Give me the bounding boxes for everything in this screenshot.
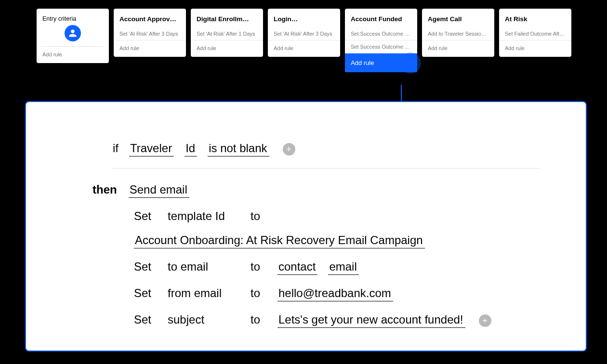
kw-to: to	[251, 260, 267, 273]
kw-to: to	[251, 313, 267, 326]
stage-card[interactable]: Login…Set 'At Risk' After 3 DaysAdd rule	[268, 9, 340, 57]
set-line: SetsubjecttoLets's get your new account …	[134, 313, 540, 328]
stage-title: Account Funded	[345, 9, 417, 27]
stage-rule[interactable]: Set Success Outcome (Acc…	[345, 27, 417, 40]
stage-title: Digital Enrollm…	[191, 9, 263, 27]
add-rule-button[interactable]: Add rule	[422, 40, 494, 57]
set-line: Setfrom emailtohello@treadbank.com	[134, 286, 540, 301]
stage-title: Login…	[268, 9, 340, 27]
if-field[interactable]: Id	[185, 142, 197, 156]
set-line: Setto emailtocontactemail	[134, 260, 540, 275]
set-value[interactable]: contact	[277, 260, 317, 275]
stage-title: Account Approv…	[114, 9, 186, 27]
set-field: subject	[168, 313, 240, 326]
stage-card[interactable]: Account FundedSet Success Outcome (Acc…S…	[345, 9, 417, 72]
kw-set: Set	[134, 260, 157, 273]
connector-line	[401, 85, 402, 102]
add-rule-button[interactable]: Add rule	[268, 40, 340, 57]
set-value[interactable]: Lets's get your new account funded!	[277, 313, 465, 328]
add-rule-button[interactable]: Add rule	[114, 40, 186, 57]
stage-rule[interactable]: Set Success Outcome (Acc…	[345, 40, 417, 53]
set-value[interactable]: email	[328, 260, 358, 275]
stage-rule[interactable]: Set 'At Risk' After 3 Days	[114, 27, 186, 40]
set-value[interactable]: hello@treadbank.com	[277, 286, 393, 301]
set-field: template Id	[168, 209, 240, 223]
stage-title: Entry criteria	[37, 9, 109, 24]
kw-to: to	[251, 286, 267, 300]
kw-to: to	[251, 209, 267, 223]
stage-card[interactable]: Agemt CallAdd to Traveler Session: JourA…	[422, 9, 494, 57]
stage-title: At Risk	[499, 9, 571, 27]
stage-rule[interactable]: Add to Traveler Session: Jour	[422, 27, 494, 40]
stage-card[interactable]: Digital Enrollm…Set 'At Risk' After 1 Da…	[191, 9, 263, 57]
stage-title: Agemt Call	[422, 9, 494, 27]
add-rule-button[interactable]: Add rule	[37, 47, 109, 63]
add-set-button[interactable]	[479, 314, 491, 327]
stage-rule[interactable]: Set 'At Risk' After 3 Days	[268, 27, 340, 40]
if-op[interactable]: is not blank	[208, 142, 269, 156]
kw-set: Set	[134, 313, 157, 326]
user-icon	[65, 25, 81, 41]
stage-rule[interactable]: Set 'At Risk' After 1 Days	[191, 27, 263, 40]
then-action[interactable]: Send email	[129, 183, 189, 198]
kw-set: Set	[134, 209, 157, 223]
stage-card[interactable]: Entry criteriaAdd rule	[37, 9, 109, 63]
if-entity[interactable]: Traveler	[129, 142, 174, 156]
stages-row: Entry criteriaAdd ruleAccount Approv…Set…	[0, 0, 607, 72]
kw-then: then	[92, 183, 117, 196]
add-rule-button[interactable]: Add rule	[345, 53, 417, 72]
set-field: to email	[168, 260, 240, 273]
add-rule-button[interactable]: Add rule	[191, 40, 263, 57]
kw-set: Set	[134, 286, 157, 300]
stage-card[interactable]: Account Approv…Set 'At Risk' After 3 Day…	[114, 9, 186, 57]
kw-if: if	[113, 142, 119, 155]
then-line: then Send email	[92, 183, 540, 198]
stage-rule[interactable]: Set Failed Outcome After 30	[499, 27, 571, 40]
set-line: Settemplate IdtoAccount Onboarding: At R…	[134, 209, 540, 248]
add-rule-button[interactable]: Add rule	[499, 40, 571, 57]
divider	[113, 168, 540, 169]
set-field: from email	[168, 286, 240, 300]
add-condition-button[interactable]	[283, 143, 295, 156]
stage-card[interactable]: At RiskSet Failed Outcome After 30Add ru…	[499, 9, 571, 57]
set-value[interactable]: Account Onboarding: At Risk Recovery Ema…	[134, 234, 425, 248]
if-line: if Traveler Id is not blank	[113, 142, 540, 156]
rule-builder-panel: if Traveler Id is not blank then Send em…	[25, 101, 587, 351]
